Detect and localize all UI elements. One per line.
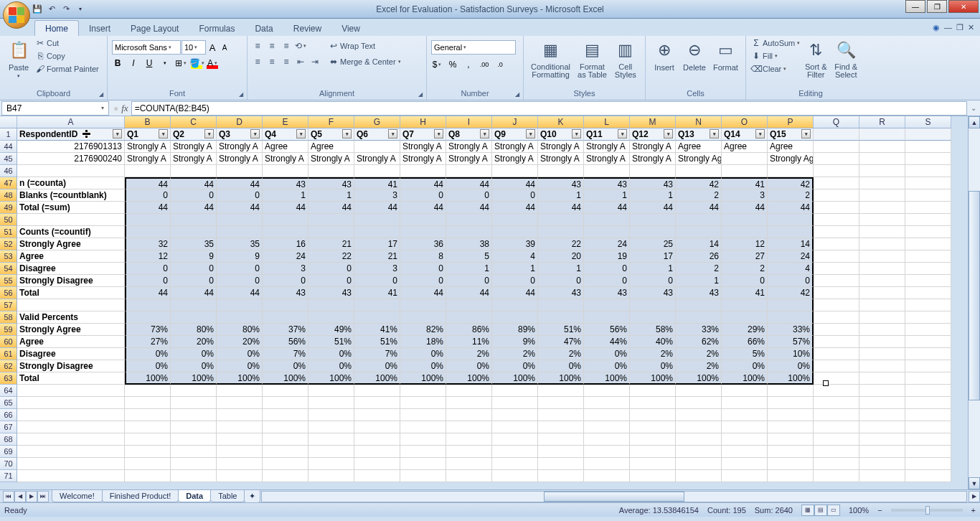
mdi-minimize-icon[interactable]: — bbox=[944, 23, 952, 32]
cell[interactable] bbox=[492, 226, 538, 238]
cell[interactable] bbox=[17, 409, 125, 421]
cell[interactable]: 0% bbox=[354, 360, 400, 372]
cell[interactable] bbox=[814, 446, 859, 458]
cell[interactable] bbox=[859, 421, 905, 433]
first-sheet-icon[interactable]: ⏮ bbox=[3, 491, 14, 502]
scroll-down-icon[interactable]: ▼ bbox=[969, 477, 980, 489]
increase-decimal-icon[interactable]: .00 bbox=[479, 59, 490, 70]
cell[interactable] bbox=[814, 287, 859, 299]
cell[interactable]: 44 bbox=[308, 202, 354, 214]
cell[interactable]: 0% bbox=[308, 348, 354, 360]
cell[interactable] bbox=[630, 433, 676, 446]
comma-icon[interactable]: , bbox=[463, 59, 474, 70]
cell[interactable] bbox=[905, 311, 951, 324]
cell[interactable] bbox=[768, 446, 814, 458]
shrink-font-icon[interactable]: A bbox=[219, 42, 230, 53]
cell[interactable]: Strongly A bbox=[584, 153, 630, 165]
cell[interactable]: 44 bbox=[217, 177, 263, 189]
cell[interactable] bbox=[125, 421, 171, 433]
cell[interactable]: 44 bbox=[400, 287, 446, 299]
sheet-tab-data[interactable]: Data bbox=[178, 490, 211, 502]
cell[interactable]: 100% bbox=[354, 372, 400, 385]
cell[interactable]: Strongly A bbox=[446, 153, 492, 165]
cell[interactable] bbox=[217, 458, 263, 470]
align-left-icon[interactable]: ≡ bbox=[252, 56, 263, 67]
cell[interactable]: 1 bbox=[538, 263, 584, 275]
cell[interactable] bbox=[125, 385, 171, 397]
cell[interactable] bbox=[263, 458, 308, 470]
zoom-in-icon[interactable]: + bbox=[971, 506, 976, 515]
cell[interactable] bbox=[492, 385, 538, 397]
col-header-S[interactable]: S bbox=[905, 116, 951, 128]
filter-dropdown-icon[interactable]: ▾ bbox=[113, 129, 122, 139]
cell[interactable] bbox=[905, 287, 951, 299]
cell[interactable]: 44 bbox=[125, 202, 171, 214]
cell[interactable]: Counts (=countif) bbox=[17, 226, 125, 238]
cell[interactable]: 0 bbox=[171, 189, 217, 202]
cell[interactable]: 43 bbox=[308, 287, 354, 299]
cell[interactable]: 44 bbox=[446, 177, 492, 189]
filter-header[interactable]: Q1▾ bbox=[125, 128, 171, 141]
tab-page-layout[interactable]: Page Layout bbox=[121, 21, 189, 36]
cell[interactable] bbox=[814, 409, 859, 421]
page-layout-view-icon[interactable]: ▤ bbox=[814, 504, 827, 516]
mdi-close-icon[interactable]: ✕ bbox=[968, 23, 974, 32]
cell[interactable] bbox=[676, 397, 722, 409]
cell[interactable]: 44 bbox=[492, 202, 538, 214]
col-header-D[interactable]: D bbox=[217, 116, 263, 128]
cell[interactable] bbox=[308, 458, 354, 470]
cell[interactable] bbox=[630, 458, 676, 470]
cell[interactable]: 1 bbox=[630, 263, 676, 275]
cell[interactable] bbox=[400, 397, 446, 409]
minimize-button[interactable]: — bbox=[905, 0, 925, 13]
cell[interactable] bbox=[354, 214, 400, 226]
filter-header[interactable] bbox=[814, 128, 859, 141]
cell[interactable] bbox=[814, 153, 859, 165]
cell[interactable] bbox=[217, 299, 263, 311]
cell[interactable]: 0% bbox=[308, 360, 354, 372]
cell[interactable] bbox=[446, 226, 492, 238]
normal-view-icon[interactable]: ▦ bbox=[801, 504, 814, 516]
cell[interactable]: Strongly Agree bbox=[676, 153, 722, 165]
col-header-G[interactable]: G bbox=[354, 116, 400, 128]
cell[interactable] bbox=[859, 214, 905, 226]
cell[interactable] bbox=[446, 299, 492, 311]
worksheet[interactable]: ABCDEFGHIJKLMNOPQRS1RespondentID▾Q1▾Q2▾Q… bbox=[0, 116, 980, 489]
cell[interactable]: 17 bbox=[354, 238, 400, 250]
cell[interactable] bbox=[308, 470, 354, 482]
clear-button[interactable]: ⌫Clear bbox=[750, 63, 800, 75]
col-header-I[interactable]: I bbox=[446, 116, 492, 128]
alignment-dialog-icon[interactable]: ◢ bbox=[416, 90, 425, 98]
cell[interactable]: 22 bbox=[538, 238, 584, 250]
filter-dropdown-icon[interactable]: ▾ bbox=[801, 129, 811, 139]
cell[interactable]: 0 bbox=[263, 275, 308, 287]
cell[interactable]: 9% bbox=[492, 336, 538, 348]
cell[interactable] bbox=[125, 165, 171, 177]
cell[interactable]: 2 bbox=[676, 189, 722, 202]
cell[interactable] bbox=[354, 299, 400, 311]
col-header-Q[interactable]: Q bbox=[814, 116, 859, 128]
cell[interactable] bbox=[722, 421, 768, 433]
cell[interactable]: 0 bbox=[446, 189, 492, 202]
cell[interactable]: 42 bbox=[768, 287, 814, 299]
cell[interactable] bbox=[676, 433, 722, 446]
decrease-decimal-icon[interactable]: .0 bbox=[494, 59, 506, 70]
cell[interactable] bbox=[859, 385, 905, 397]
cell[interactable]: 41% bbox=[354, 324, 400, 336]
cell[interactable] bbox=[814, 458, 859, 470]
cell[interactable] bbox=[354, 446, 400, 458]
cell[interactable]: 0% bbox=[125, 348, 171, 360]
cell[interactable]: Agree bbox=[17, 250, 125, 263]
cell[interactable] bbox=[217, 385, 263, 397]
cell[interactable] bbox=[263, 385, 308, 397]
cell[interactable] bbox=[17, 446, 125, 458]
filter-dropdown-icon[interactable]: ▾ bbox=[296, 129, 306, 139]
row-header[interactable]: 67 bbox=[0, 421, 17, 433]
cell[interactable]: 86% bbox=[446, 324, 492, 336]
cell[interactable]: Strongly Agree bbox=[17, 238, 125, 250]
cell[interactable]: 0 bbox=[171, 263, 217, 275]
cell[interactable] bbox=[400, 311, 446, 324]
align-center-icon[interactable]: ≡ bbox=[266, 56, 278, 67]
cell[interactable]: 2176901313 bbox=[17, 141, 125, 153]
cell[interactable] bbox=[171, 311, 217, 324]
